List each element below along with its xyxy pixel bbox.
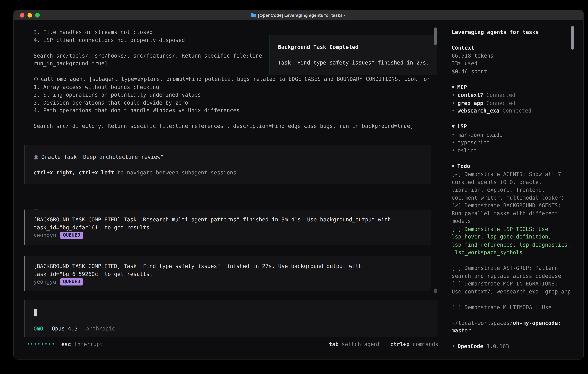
- window-title-text: [OpenCode] Leveraging agents for tasks ◐: [258, 13, 346, 18]
- lsp-section-header: ▼LSP: [452, 123, 572, 131]
- todo-line: models: [452, 217, 572, 225]
- blank-line: [33, 114, 438, 122]
- titlebar[interactable]: [OpenCode] Leveraging agents for tasks ◐: [14, 10, 583, 21]
- todo-line: Use context7, websearch_exa, grep_app: [452, 288, 572, 295]
- toast-title: Background Task Completed: [278, 43, 430, 51]
- screen: [OpenCode] Leveraging agents for tasks ◐…: [0, 0, 588, 374]
- minimize-window-button[interactable]: [28, 13, 32, 18]
- tool-call-detail: 4. Path operations that don't handle Win…: [33, 106, 438, 114]
- todo-line: librarian, explore, frontend,: [452, 186, 572, 194]
- esc-key-hint: esc: [61, 341, 71, 348]
- chevron-down-icon: ▼: [452, 124, 455, 129]
- toast-background-task-completed: Background Task Completed Task "Find typ…: [270, 35, 437, 75]
- todo-line-active: [ ] Demonstrate LSP TOOLS: Use: [452, 225, 572, 233]
- gear-icon: ⚙: [33, 76, 38, 82]
- blank-line: [33, 161, 431, 169]
- blank-line: [452, 154, 572, 162]
- lsp-item: •eslint: [452, 146, 572, 154]
- session-title: Leveraging agents for tasks: [452, 28, 572, 36]
- blank-line: [452, 36, 572, 44]
- lsp-item: •typescript: [452, 139, 572, 146]
- toast-body: Task "Find type safety issues" finished …: [278, 59, 430, 67]
- sidebar-content: Leveraging agents for tasks Context 66,5…: [452, 28, 572, 350]
- queued-badge: QUEUED: [60, 231, 83, 239]
- message-line: [BACKGROUND TASK COMPLETED] Task "Resear…: [33, 216, 431, 223]
- message-background-task-2: [BACKGROUND TASK COMPLETED] Task "Find t…: [24, 256, 431, 291]
- status-bar-right: tab switch agent ctrl+p commands: [329, 341, 438, 348]
- ctrlp-key-label: commands: [412, 341, 438, 348]
- tool-call-detail: 2. String operations on potentially unde…: [33, 91, 438, 99]
- todo-line: [ ] Demonstrate AST-GREP: Pattern: [452, 264, 572, 272]
- sidebar-scrollbar-thumb[interactable]: [571, 26, 574, 50]
- terminal-window: [OpenCode] Leveraging agents for tasks ◐…: [14, 10, 583, 359]
- oracle-task-title-line: ◉Oracle Task "Deep architecture review": [33, 153, 431, 161]
- message-line: task_id="bg_6f59260c" to get results.: [33, 270, 431, 278]
- main-scrollbar-mark: [434, 289, 437, 293]
- blank-line: [452, 75, 572, 83]
- lsp-item: •markdown-oxide: [452, 131, 572, 139]
- text-cursor: [33, 309, 37, 316]
- context-used: 33% used: [452, 60, 572, 67]
- mcp-item: •context7Connected: [452, 91, 572, 99]
- traffic-lights: [20, 10, 40, 20]
- message-author: yeongyu: [33, 231, 56, 239]
- mcp-section-header: ▼MCP: [452, 83, 572, 91]
- hint-keys: ctrl+x right, ctrl+x left: [33, 169, 114, 176]
- message-line: task_id="bg_dcfac161" to get results.: [33, 223, 431, 231]
- todo-line: Run parallel tasks with different: [452, 209, 572, 217]
- tool-call-line: ⚙call_omo_agent [subagent_type=explore, …: [33, 75, 438, 83]
- hint-text: to navigate between subagent sessions: [114, 169, 236, 176]
- blank-line: [452, 311, 572, 319]
- message-author: yeongyu: [33, 278, 56, 286]
- mcp-item: •websearch_exaConnected: [452, 107, 572, 115]
- zoom-window-button[interactable]: [35, 13, 40, 18]
- oracle-task-title: Oracle Task "Deep architecture review": [41, 154, 164, 160]
- input-model-provider: Anthropic: [86, 326, 115, 332]
- workspace-branch: master: [452, 327, 572, 334]
- message-meta: yeongyu QUEUED: [33, 231, 431, 239]
- bullet-icon: •: [452, 343, 455, 349]
- tool-call-detail: 1. Array access without bounds checking: [33, 83, 438, 91]
- tab-key-hint: tab: [329, 341, 338, 348]
- message-background-task-1: [BACKGROUND TASK COMPLETED] Task "Resear…: [24, 209, 431, 245]
- todo-line-active: lsp_workspace_symbols: [452, 249, 572, 256]
- bullet-icon: •: [452, 100, 455, 106]
- queued-badge: QUEUED: [60, 278, 83, 285]
- mcp-item: •grep_appConnected: [452, 99, 572, 107]
- esc-key-label: interrupt: [74, 341, 103, 348]
- oracle-navigation-hint: ctrl+x right, ctrl+x left to navigate be…: [33, 169, 431, 177]
- bullet-icon: •: [452, 92, 455, 98]
- todo-line-active: lsp_hover, lsp_goto_definition,: [452, 233, 572, 241]
- folder-icon: [251, 14, 256, 17]
- bullet-icon: •: [452, 132, 455, 137]
- tool-call-text: call_omo_agent [subagent_type=explore, p…: [41, 76, 430, 82]
- todo-section-header: ▼Todo: [452, 162, 572, 170]
- todo-line: [ ] Demonstrate MCP INTEGRATIONS:: [452, 280, 572, 288]
- context-tokens: 66,518 tokens: [452, 52, 572, 60]
- input-model-name: Opus 4.5: [52, 326, 78, 332]
- terminal-content: 3. File handles or streams not closed 4.…: [14, 20, 583, 359]
- close-window-button[interactable]: [20, 13, 24, 18]
- prompt-input[interactable]: OmO Opus 4.5 Anthropic: [24, 300, 438, 337]
- ctrlp-key-hint: ctrl+p: [390, 341, 410, 348]
- context-header: Context: [452, 44, 572, 52]
- status-bar: •••••••• esc interrupt tab switch agent …: [27, 341, 438, 348]
- scroll-line: 3. File handles or streams not closed: [33, 28, 438, 36]
- todo-line: [ ] Demonstrate MULTIMODAL: Use: [452, 303, 572, 311]
- bullet-icon: •: [452, 139, 455, 145]
- spinner-dots-icon: ••••••••: [27, 341, 55, 348]
- session-sidebar: Leveraging agents for tasks Context 66,5…: [446, 20, 584, 359]
- tool-call-detail: 3. Division operations that could divide…: [33, 99, 438, 106]
- message-line: [BACKGROUND TASK COMPLETED] Task "Find t…: [33, 262, 431, 270]
- main-scrollbar-thumb[interactable]: [434, 28, 437, 45]
- todo-line: search and replace across codebase: [452, 272, 572, 280]
- chevron-down-icon: ▼: [452, 85, 455, 89]
- todo-line: [✓] Demonstrate BACKGROUND AGENTS:: [452, 201, 572, 209]
- blank-line: [452, 295, 572, 303]
- todo-line: [✓] Demonstrate AGENTS: Show all 7: [452, 170, 572, 178]
- chat-area: 3. File handles or streams not closed 4.…: [14, 20, 446, 359]
- blank-line: [452, 256, 572, 264]
- tab-key-label: switch agent: [342, 341, 380, 348]
- todo-line: document-writer, multimodal-looker): [452, 194, 572, 201]
- message-meta: yeongyu QUEUED: [33, 278, 431, 286]
